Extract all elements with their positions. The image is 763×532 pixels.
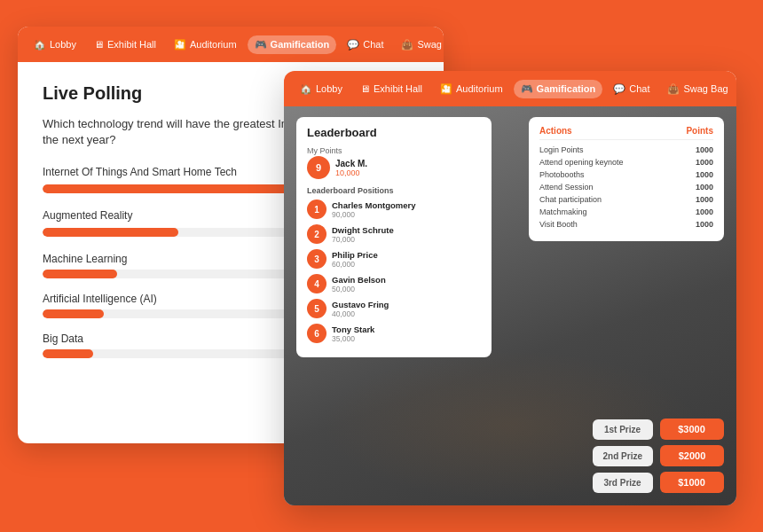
- rank-5-pts: 40,000: [332, 309, 389, 318]
- rank-1-name: Charles Montgomery: [332, 200, 416, 210]
- chat-icon-front: 💬: [613, 83, 625, 95]
- nav-exhibit-front[interactable]: 🖥 Exhibit Hall: [353, 80, 429, 98]
- nav-exhibit-back[interactable]: 🖥 Exhibit Hall: [87, 35, 163, 53]
- auditorium-icon-front: 🎦: [440, 83, 452, 95]
- nav-auditorium-label-front: Auditorium: [456, 83, 503, 94]
- nav-lobby-front[interactable]: 🏠 Lobby: [293, 80, 350, 98]
- action-5-name: Chat participation: [539, 195, 602, 204]
- monitor-icon-front: 🖥: [360, 83, 370, 94]
- home-icon: 🏠: [34, 39, 46, 51]
- rank-3-circle: 3: [307, 249, 326, 269]
- my-points-value: 10,000: [335, 168, 367, 177]
- rank-1-circle: 1: [307, 200, 326, 219]
- rank-3-pts: 60,000: [332, 260, 378, 269]
- action-row-6: Matchmaking 1000: [539, 207, 713, 216]
- rank-4-info: Gavin Belson 50,000: [332, 275, 386, 293]
- prize-3-label: 3rd Prize: [593, 473, 653, 493]
- gamification-icon: 🎮: [255, 39, 267, 51]
- action-4-pts: 1000: [696, 183, 713, 192]
- leaderboard-window: 🏠 Lobby 🖥 Exhibit Hall 🎦 Auditorium 🎮 Ga…: [284, 71, 736, 505]
- action-row-3: Photobooths 1000: [539, 170, 713, 179]
- nav-lobby-back[interactable]: 🏠 Lobby: [27, 35, 83, 54]
- positions-label: Leaderboard Positions: [307, 186, 481, 195]
- lb-row-3: 3 Philip Price 60,000: [307, 249, 481, 269]
- action-2-pts: 1000: [696, 158, 713, 167]
- nav-chat-back[interactable]: 💬 Chat: [340, 35, 390, 54]
- bag-icon: 👜: [401, 39, 413, 51]
- lb-row-4: 4 Gavin Belson 50,000: [307, 274, 481, 293]
- action-3-pts: 1000: [696, 170, 713, 179]
- rank-3-info: Philip Price 60,000: [332, 250, 378, 269]
- actions-col-label: Actions: [539, 126, 572, 136]
- rank-1-info: Charles Montgomery 90,000: [332, 200, 416, 219]
- lb-row-2: 2 Dwight Schrute 70,000: [307, 224, 481, 244]
- rank-6-pts: 35,000: [332, 334, 374, 343]
- bag-icon-front: 👜: [667, 83, 680, 95]
- prize-row-1: 1st Prize $3000: [593, 419, 724, 440]
- actions-panel: Actions Points Login Points 1000 Attend …: [529, 117, 724, 241]
- nav-gamification-label-front: Gamification: [537, 83, 596, 94]
- action-7-pts: 1000: [696, 220, 713, 229]
- home-icon-front: 🏠: [300, 83, 312, 95]
- rank-5-info: Gustavo Fring 40,000: [332, 300, 389, 318]
- leaderboard-background: Leaderboard My Points 9 Jack M. 10,000 L…: [284, 106, 736, 505]
- action-row-1: Login Points 1000: [539, 145, 713, 154]
- rank-4-circle: 4: [307, 274, 326, 293]
- prize-2-amount: $2000: [660, 445, 724, 466]
- poll-bar-fill-4: [43, 309, 104, 318]
- lb-row-5: 5 Gustavo Fring 40,000: [307, 299, 481, 318]
- poll-bar-fill-5: [43, 349, 93, 358]
- rank-6-info: Tony Stark 35,000: [332, 325, 374, 343]
- action-6-name: Matchmaking: [539, 207, 587, 216]
- action-row-4: Attend Session 1000: [539, 183, 713, 192]
- nav-swagbag-label: Swag Bag: [417, 39, 444, 50]
- nav-exhibit-label: Exhibit Hall: [107, 39, 156, 50]
- action-1-name: Login Points: [539, 145, 584, 154]
- rank-1-pts: 90,000: [332, 210, 416, 219]
- rank-4-pts: 50,000: [332, 285, 386, 293]
- lb-row-1: 1 Charles Montgomery 90,000: [307, 200, 481, 219]
- rank-2-info: Dwight Schrute 70,000: [332, 225, 394, 244]
- nav-gamification-front[interactable]: 🎮 Gamification: [514, 80, 603, 98]
- nav-chat-label-front: Chat: [629, 83, 649, 94]
- rank-2-circle: 2: [307, 224, 326, 244]
- action-row-7: Visit Booth 1000: [539, 220, 713, 229]
- action-2-name: Attend opening keynote: [539, 158, 624, 167]
- nav-exhibit-label-front: Exhibit Hall: [374, 83, 422, 94]
- nav-auditorium-back[interactable]: 🎦 Auditorium: [167, 35, 244, 54]
- my-points-row: 9 Jack M. 10,000: [307, 156, 481, 179]
- poll-bar-fill-2: [43, 228, 178, 237]
- prizes-panel: 1st Prize $3000 2nd Prize $2000 3rd Priz…: [593, 419, 724, 493]
- nav-swagbag-front[interactable]: 👜 Swag Bag: [660, 80, 735, 98]
- rank-5-name: Gustavo Fring: [332, 300, 389, 309]
- rank-4-name: Gavin Belson: [332, 275, 386, 285]
- nav-lobby-label: Lobby: [50, 39, 76, 50]
- user-avatar: 9: [307, 156, 330, 179]
- my-info: Jack M. 10,000: [335, 159, 367, 177]
- gamification-icon-front: 🎮: [521, 83, 533, 95]
- points-col-label: Points: [686, 126, 713, 136]
- action-3-name: Photobooths: [539, 170, 585, 179]
- nav-chat-front[interactable]: 💬 Chat: [606, 80, 657, 98]
- action-6-pts: 1000: [696, 207, 713, 216]
- auditorium-icon: 🎦: [174, 39, 186, 51]
- rank-2-pts: 70,000: [332, 235, 394, 244]
- nav-swagbag-label-front: Swag Bag: [683, 83, 728, 94]
- nav-bar-back: 🏠 Lobby 🖥 Exhibit Hall 🎦 Auditorium 🎮 Ga…: [18, 27, 444, 62]
- nav-auditorium-front[interactable]: 🎦 Auditorium: [433, 80, 510, 98]
- nav-chat-label: Chat: [363, 39, 383, 50]
- my-name: Jack M.: [335, 159, 367, 168]
- poll-bar-fill-1: [43, 184, 314, 193]
- rank-6-circle: 6: [307, 324, 326, 343]
- actions-header: Actions Points: [539, 126, 713, 140]
- nav-gamification-back[interactable]: 🎮 Gamification: [248, 35, 337, 54]
- chat-icon: 💬: [347, 39, 359, 51]
- action-1-pts: 1000: [696, 145, 713, 154]
- monitor-icon: 🖥: [94, 39, 104, 50]
- rank-2-name: Dwight Schrute: [332, 225, 394, 235]
- prize-row-3: 3rd Prize $1000: [593, 472, 724, 493]
- nav-swagbag-back[interactable]: 👜 Swag Bag: [394, 35, 444, 54]
- leaderboard-panel: Leaderboard My Points 9 Jack M. 10,000 L…: [296, 117, 492, 357]
- prize-1-label: 1st Prize: [593, 419, 653, 440]
- my-points-label: My Points: [307, 146, 481, 155]
